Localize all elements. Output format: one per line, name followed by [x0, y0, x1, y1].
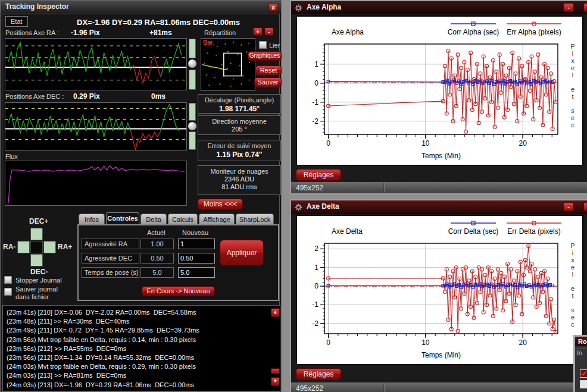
- direction-title: Direction moyenne: [198, 118, 280, 125]
- desktop: Tracking Inspector x Etat DX=-1.96 DY=0.…: [0, 0, 587, 392]
- lier-checkbox[interactable]: [259, 41, 267, 49]
- svg-text:Err Alpha (pixels): Err Alpha (pixels): [507, 28, 561, 36]
- minimize-icon[interactable]: -: [563, 3, 574, 12]
- graphiques-button[interactable]: Graphiques: [248, 51, 282, 61]
- zoom-minus-button[interactable]: -: [264, 27, 274, 36]
- delta-chart: Pixel et sec 210-1-201020Axe DeltaTemps …: [296, 215, 583, 365]
- close-icon[interactable]: x: [583, 3, 587, 12]
- reglages-button[interactable]: Réglages: [296, 169, 341, 181]
- svg-text:0: 0: [314, 282, 319, 290]
- axe-delta-window: Axe Delta - x Pixel et sec 210-1-201020A…: [290, 199, 587, 392]
- sauver-journal-checkbox[interactable]: [4, 288, 12, 296]
- tab-affichage[interactable]: Affichage: [199, 214, 235, 224]
- dec-slider-track-bottom[interactable]: [189, 131, 196, 150]
- ra-slider-track-bottom[interactable]: [189, 70, 196, 90]
- row-nouveau-input[interactable]: [178, 239, 215, 249]
- svg-text:Corr Alpha (sec): Corr Alpha (sec): [448, 28, 499, 36]
- erreur-value: 1.15 Pix 0.74": [198, 150, 280, 159]
- ra-slider-handle[interactable]: [188, 59, 196, 68]
- tab-controles[interactable]: Controles: [106, 212, 139, 225]
- log-scroll-down-icon[interactable]: ▼: [271, 377, 280, 386]
- decalage-title: Décalage (Pixels,angle): [198, 96, 280, 104]
- ra-pix-value: -1.96 Pix: [71, 29, 100, 37]
- moins-button[interactable]: Moins <<<: [198, 199, 243, 210]
- repartition-map: Bar.: [201, 38, 255, 91]
- svg-text:2: 2: [314, 244, 319, 253]
- direction-panel: Direction moyenne 205 °: [198, 115, 281, 135]
- encours-nouveau-button[interactable]: En Cours -> Nouveau: [142, 286, 215, 296]
- close-icon[interactable]: x: [583, 202, 587, 211]
- dec-pix-value: 0.29 Pix: [73, 92, 100, 101]
- repartition-label: Répartition: [204, 29, 236, 36]
- alpha-titlebar[interactable]: Axe Alpha - x: [291, 1, 587, 14]
- close-icon[interactable]: x: [268, 3, 278, 11]
- status-header: DX=-1.96 DY=0.29 RA=81.06ms DEC=0.00ms: [42, 18, 274, 27]
- nuages-value1: 2346 ADU: [198, 175, 280, 183]
- ra-slider[interactable]: [188, 38, 196, 90]
- dec-slider-track-top[interactable]: [189, 103, 196, 121]
- window-title[interactable]: Ro: [575, 337, 587, 346]
- svg-text:-1: -1: [312, 300, 319, 309]
- ra-ms-value: +81ms: [149, 29, 172, 37]
- window-title: Axe Delta: [307, 202, 339, 211]
- row-nouveau-input[interactable]: [178, 267, 215, 278]
- log-area[interactable]: (23m 41s) [210] DX=-0.06 DY=-2.02 RA=0.0…: [2, 305, 280, 391]
- ro-checkbox-unchecked[interactable]: [580, 380, 587, 388]
- sauver-journal-label2: dans fichier: [15, 293, 49, 300]
- pad-ra-plus-button[interactable]: [43, 241, 56, 253]
- ro-checkbox-checked[interactable]: ✓: [580, 369, 587, 378]
- tab-sharplock[interactable]: SharpLock: [236, 214, 274, 224]
- dec-slider-handle[interactable]: [188, 122, 196, 130]
- tracking-titlebar[interactable]: Tracking Inspector x: [1, 1, 281, 14]
- gear-icon: [295, 4, 302, 14]
- tab-delta[interactable]: Delta: [140, 214, 167, 224]
- log-line: (24m 03s) [213] >> RA=81ms DEC=0ms: [7, 371, 276, 380]
- window-title: Tracking Inspector: [5, 2, 69, 11]
- log-line: (23m 41s) [210] DX=-0.06 DY=-2.02 RA=0.0…: [7, 308, 276, 317]
- ra-slider-track-top[interactable]: [189, 39, 196, 58]
- log-scroll-thumb[interactable]: [271, 368, 280, 374]
- svg-text:Err Delta (pixels): Err Delta (pixels): [507, 227, 560, 236]
- delta-titlebar[interactable]: Axe Delta - x: [291, 200, 587, 214]
- tracking-inspector-window: Tracking Inspector x Etat DX=-1.96 DY=0.…: [0, 0, 282, 392]
- log-line: (23m 56s) [212] DX=-1.34 DY=0.14 RA=55.3…: [7, 353, 276, 362]
- pad-dec-minus-button[interactable]: [30, 254, 43, 266]
- axe-alpha-window: Axe Alpha - x Pixel et sec 10-1-201020Ax…: [290, 0, 587, 195]
- ro-group-label: In: [577, 349, 587, 356]
- row-nouveau-input[interactable]: [178, 253, 215, 264]
- sauver-button[interactable]: Sauver: [254, 77, 282, 87]
- bar-label: Bar.: [203, 39, 214, 46]
- minimize-icon[interactable]: -: [563, 202, 574, 211]
- pad-dec-plus-button[interactable]: [30, 228, 43, 240]
- erreur-title: Erreur de suivi moyen: [198, 142, 280, 149]
- log-line: (24m 03s) Mvt trop faible en Delta, requ…: [7, 362, 276, 371]
- flux-graph: [5, 161, 187, 206]
- tab-calculs[interactable]: Calculs: [168, 214, 198, 224]
- reset-button[interactable]: Reset: [255, 65, 282, 76]
- row-label: Temps de pose (s): [82, 267, 139, 278]
- log-line: (23m 56s) Mvt trop faible en Delta, requ…: [7, 335, 276, 344]
- ra-graph: [5, 38, 187, 90]
- tab-infos[interactable]: Infos: [79, 214, 105, 224]
- svg-text:-2: -2: [312, 117, 319, 126]
- log-line: (23m 48s) [211] >> RA=30ms DEC=40ms: [7, 317, 276, 326]
- svg-text:20: 20: [519, 338, 527, 347]
- statusbar-divider: [383, 384, 385, 392]
- erreur-panel: Erreur de suivi moyen 1.15 Pix 0.74": [198, 140, 281, 161]
- svg-text:Temps (Min): Temps (Min): [421, 152, 461, 160]
- lier-label: Lier: [269, 42, 280, 49]
- svg-text:0: 0: [326, 338, 330, 347]
- chart-size-label: 495x252: [296, 384, 323, 392]
- etat-tab[interactable]: Etat: [5, 16, 28, 27]
- dec-label: Positions Axe DEC :: [5, 93, 64, 100]
- pad-ra-minus-button[interactable]: [17, 241, 30, 253]
- dec-slider[interactable]: [188, 102, 196, 150]
- reglages-button[interactable]: Réglages: [296, 368, 341, 380]
- log-scroll-up-icon[interactable]: ▲: [271, 308, 280, 317]
- stopper-journal-checkbox[interactable]: [4, 276, 12, 284]
- appliquer-button[interactable]: Appliquer: [220, 240, 264, 266]
- row-label: Agressivité RA: [82, 239, 139, 249]
- decalage-value: 1.98 171.45°: [198, 105, 280, 113]
- row-actuel: 0.50: [140, 253, 174, 264]
- zoom-plus-button[interactable]: +: [253, 27, 263, 36]
